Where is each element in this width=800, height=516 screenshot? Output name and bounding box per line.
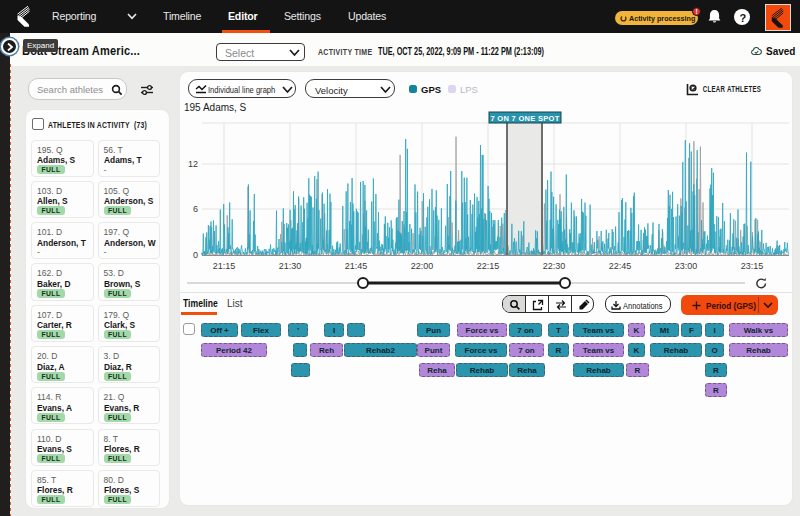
svg-text:21:45: 21:45	[345, 261, 368, 271]
svg-text:23:15: 23:15	[741, 261, 764, 271]
svg-text:22:15: 22:15	[477, 261, 500, 271]
svg-text:7 ON 7 ONE SPOT: 7 ON 7 ONE SPOT	[490, 114, 559, 123]
svg-text:22:45: 22:45	[609, 261, 632, 271]
svg-text:0: 0	[193, 250, 198, 260]
svg-text:23:00: 23:00	[675, 261, 698, 271]
svg-text:6: 6	[193, 204, 198, 214]
svg-text:12: 12	[188, 159, 198, 169]
svg-text:22:00: 22:00	[411, 261, 434, 271]
svg-text:21:15: 21:15	[213, 261, 236, 271]
svg-text:22:30: 22:30	[543, 261, 566, 271]
svg-text:21:30: 21:30	[279, 261, 302, 271]
